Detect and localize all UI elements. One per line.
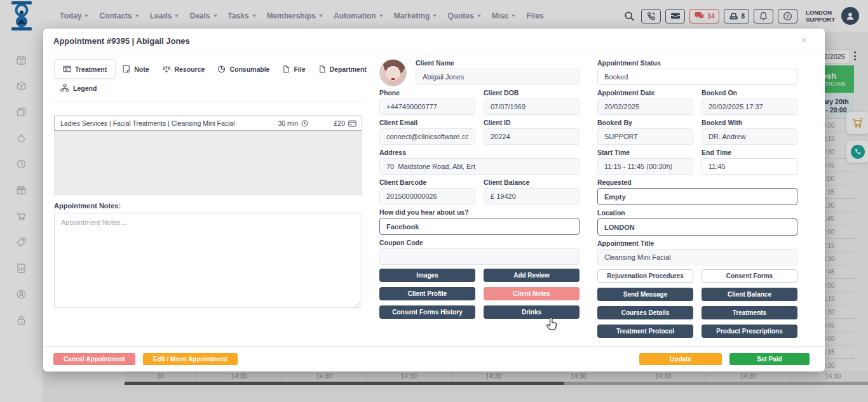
- booked-with-field: [702, 128, 797, 145]
- product-prescriptions-button[interactable]: Product Prescriptions: [702, 325, 797, 338]
- booked-on-label: Booked On: [702, 89, 797, 97]
- coupon-code-label: Coupon Code: [379, 239, 580, 246]
- modal-footer: Cancel Appointment Edit / Move Appointme…: [43, 346, 825, 372]
- courses-details-button[interactable]: Courses Details: [597, 306, 693, 319]
- client-email-field: [379, 128, 475, 145]
- pie-icon: [217, 65, 226, 73]
- client-barcode-field: [379, 188, 475, 204]
- client-photo[interactable]: [379, 59, 407, 86]
- hear-about-select[interactable]: [379, 218, 580, 235]
- drinks-button[interactable]: Drinks: [484, 305, 580, 319]
- booked-on-field: [702, 98, 797, 115]
- client-id-label: Client ID: [484, 119, 580, 126]
- consent-forms-button[interactable]: Consent Forms: [702, 269, 797, 283]
- client-pane: Client Name Phone Client DOB Client Emai…: [379, 59, 580, 319]
- requested-select[interactable]: [597, 188, 797, 205]
- treatment-duration: 30 min: [278, 119, 334, 127]
- appointment-actions: Rejuvenation Procedures Consent Forms Se…: [597, 269, 797, 338]
- tab-treatment[interactable]: Treatment: [54, 59, 116, 79]
- treatment-protocol-button[interactable]: Treatment Protocol: [597, 325, 693, 338]
- client-name-label: Client Name: [416, 59, 580, 67]
- file-icon: [318, 65, 326, 73]
- appointment-status-select[interactable]: [597, 69, 797, 85]
- set-paid-button[interactable]: Set Paid: [729, 353, 810, 365]
- appointment-title-field: [597, 249, 797, 265]
- client-balance-field: [484, 188, 580, 204]
- payment-card-icon: [348, 120, 356, 127]
- client-dob-label: Client DOB: [484, 89, 580, 97]
- phone-field: [379, 98, 475, 115]
- client-balance-label: Client Balance: [484, 178, 580, 186]
- client-profile-button[interactable]: Client Profile: [379, 287, 475, 300]
- client-barcode-label: Client Barcode: [379, 178, 475, 186]
- treatment-list-empty-area: [54, 131, 362, 195]
- treatment-price: £20: [334, 119, 362, 127]
- end-time-input[interactable]: [702, 158, 797, 175]
- appointment-title-label: Appointment Title: [597, 239, 797, 247]
- location-label: Location: [597, 209, 797, 217]
- tab-file[interactable]: File: [276, 60, 311, 78]
- client-id-field: [484, 128, 580, 145]
- booked-by-field: [597, 128, 693, 145]
- modal-title: Appointment #9395 | Abigail Jones: [53, 36, 190, 46]
- appointment-date-label: Appointment Date: [597, 89, 693, 97]
- treatment-pane: Treatment Note Resource Consumable File …: [54, 59, 362, 311]
- edit-move-appointment-button[interactable]: Edit / Move Appointment: [143, 353, 238, 365]
- tab-resource[interactable]: Resource: [156, 60, 212, 78]
- hear-about-label: How did you hear about us?: [379, 208, 580, 216]
- appointment-date-field: [597, 98, 693, 115]
- send-message-button[interactable]: Send Message: [597, 288, 693, 301]
- consent-forms-history-button[interactable]: Consent Forms History: [379, 305, 475, 319]
- phone-label: Phone: [379, 89, 475, 97]
- tab-department[interactable]: Department: [312, 60, 373, 78]
- modal-header: Appointment #9395 | Abigail Jones ×: [43, 29, 825, 53]
- appointment-notes-label: Appointment Notes:: [54, 202, 362, 210]
- cancel-appointment-button[interactable]: Cancel Appointment: [53, 353, 135, 365]
- file-icon: [282, 65, 290, 73]
- tabs-divider: [54, 102, 362, 102]
- client-notes-button[interactable]: Client Notes: [484, 287, 580, 300]
- end-time-label: End Time: [702, 149, 797, 156]
- clock-icon: [301, 120, 308, 127]
- address-field: [379, 158, 580, 175]
- appointment-pane: Appointment Status Appointment Date Book…: [597, 59, 797, 338]
- sitemap-icon: [60, 84, 69, 92]
- appointment-status-label: Appointment Status: [597, 59, 797, 67]
- scale-icon: [162, 65, 171, 73]
- client-email-label: Client Email: [379, 119, 475, 126]
- coupon-code-input[interactable]: [379, 248, 580, 265]
- start-time-label: Start Time: [597, 149, 693, 156]
- treatment-name: Ladies Services | Facial Treatments | Cl…: [55, 119, 278, 127]
- booked-with-label: Booked With: [702, 119, 797, 126]
- client-actions: Images Add Review Client Profile Client …: [379, 269, 580, 319]
- add-review-button[interactable]: Add Review: [484, 269, 580, 282]
- close-icon[interactable]: ×: [801, 36, 807, 46]
- tab-consumable[interactable]: Consumable: [211, 60, 276, 78]
- tab-legend[interactable]: Legend: [54, 79, 103, 97]
- modal-tabs-row2: Legend: [54, 79, 362, 97]
- address-label: Address: [379, 149, 580, 156]
- client-dob-field: [484, 98, 580, 115]
- resize-handle[interactable]: [355, 302, 360, 307]
- treatment-list-item[interactable]: Ladies Services | Facial Treatments | Cl…: [54, 116, 362, 131]
- appointment-modal: Appointment #9395 | Abigail Jones × Trea…: [43, 29, 825, 372]
- client-balance-button[interactable]: Client Balance: [702, 288, 797, 301]
- treatments-button[interactable]: Treatments: [702, 306, 797, 319]
- images-button[interactable]: Images: [379, 269, 475, 282]
- note-icon: [122, 65, 130, 73]
- card-icon: [63, 65, 71, 73]
- booked-by-label: Booked By: [597, 119, 693, 126]
- tab-note[interactable]: Note: [116, 60, 155, 78]
- modal-tabs: Treatment Note Resource Consumable File …: [54, 59, 362, 79]
- appointment-notes-input[interactable]: [54, 213, 362, 308]
- client-name-field: [416, 69, 580, 85]
- location-select[interactable]: [597, 218, 797, 236]
- rejuvenation-procedures-button[interactable]: Rejuvenation Procedures: [597, 269, 693, 283]
- update-button[interactable]: Update: [639, 353, 722, 365]
- start-time-field: [597, 158, 693, 175]
- requested-label: Requested: [597, 178, 797, 186]
